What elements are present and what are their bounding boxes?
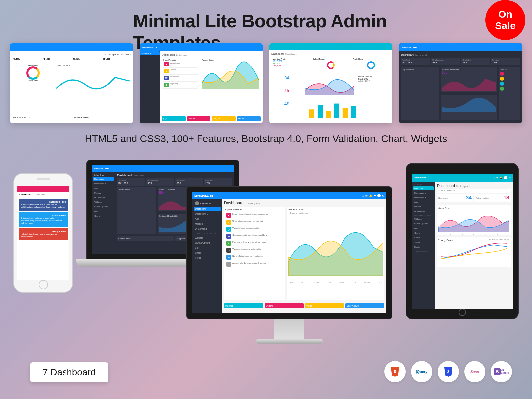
project-item[interactable]: BLorem ipsum dolor sit amet, consectetur (225, 212, 284, 219)
sidebar-item[interactable]: · (140, 56, 160, 60)
svg-rect-2 (326, 111, 331, 118)
tech-badges-row: 5 jQuery 3 Sass Bv5Stable (384, 361, 512, 382)
sidebar-item[interactable]: Mailbox (194, 222, 221, 226)
sidebar-item-dashboard[interactable]: Dashboard (140, 51, 160, 55)
sidebar-item[interactable]: Box (93, 209, 114, 213)
tablet-mockup: MINIMALLITE PERSONAL Dashboard Dashboard… (406, 163, 519, 319)
thumb1-stat4: 914,001 (103, 58, 110, 60)
sidebar-item[interactable]: Dashboard 1 (413, 191, 434, 195)
sidebar-item[interactable]: UI Elements (413, 209, 434, 213)
thumbnail-row: Control panel Dashboard 46.43% 454.876 4… (10, 43, 522, 123)
avatar-icon[interactable] (377, 194, 381, 197)
project-badge: W (226, 234, 231, 239)
tablet-screen: MINIMALLITE PERSONAL Dashboard Dashboard… (412, 174, 513, 309)
sidebar-item[interactable]: · (140, 70, 160, 74)
sidebar-item[interactable]: UI Elements (93, 196, 114, 200)
sidebar-item[interactable]: Charts (413, 231, 434, 235)
sidebar-item[interactable]: Mailbox (93, 191, 114, 195)
project-item[interactable]: MNunc efficitur lacus non vestibulum (225, 254, 284, 261)
sidebar-item[interactable]: Mailbox (413, 205, 434, 209)
donut-icon (26, 66, 40, 80)
laptop-topbar: MINIMALLITE (92, 165, 234, 172)
xaxis-tick: 4 (473, 233, 474, 235)
project-item[interactable]: CAenean interdum neque condimentum (225, 261, 284, 268)
thumb4-title: Dashboard (401, 53, 414, 56)
bell-icon[interactable]: 🔔 (369, 194, 372, 197)
sidebar-item[interactable]: Forms (413, 236, 434, 240)
donut-icon (367, 61, 375, 69)
thumbnail-3[interactable]: Dashboard Control panel Member Profit +$… (269, 43, 392, 123)
lp-s-v1: $41,589 (118, 182, 144, 185)
sidebar-item[interactable]: · (140, 74, 160, 78)
desktop-sidebar: Juliya Brus Dashboard Dashboard 2 App Ma… (192, 199, 222, 313)
sidebar-item[interactable]: Layout Options (93, 205, 114, 209)
flag-icon[interactable]: ⚑ (374, 194, 376, 197)
project-item[interactable]: YUt condimentum ante non volutpat (225, 219, 284, 226)
thumb3-v3: -27,49% (273, 65, 309, 67)
project-badge: D (226, 248, 231, 253)
project-item[interactable]: DVivamus sit amet mi justo mattis (225, 247, 284, 254)
sidebar-item[interactable]: Charts (194, 251, 221, 255)
sidebar-item[interactable]: Layout Options (194, 241, 221, 245)
bell-icon[interactable]: 🔔 (500, 176, 503, 179)
area-chart-icon (442, 74, 496, 91)
thumb3-title: Dashboard (271, 52, 284, 55)
sidebar-item[interactable]: Tables (413, 240, 434, 244)
svg-rect-4 (343, 108, 348, 118)
project-item[interactable]: APraesent a libero viverra rutrum neque (225, 240, 284, 247)
mail-icon[interactable]: ✉ (365, 194, 368, 197)
gear-icon[interactable]: ⚙ (382, 194, 384, 197)
sidebar-item[interactable]: App (93, 186, 114, 190)
sidebar-item[interactable]: Widgets (93, 200, 114, 204)
thumbnail-2[interactable]: MINIMALLITE Dashboard · · · · · Dashboar… (140, 43, 263, 123)
sidebar-item[interactable]: Forms (194, 256, 221, 260)
thumbnail-4[interactable]: MINIMALLITE Dashboard Control panel Tota… (399, 43, 522, 123)
phone-card-carousel[interactable]: Carousel feed Enthusiastically optimize … (19, 212, 68, 227)
project-item[interactable]: WCras congue nisl ac pellentesque libero (225, 233, 284, 240)
pill-income: $2,000 (162, 116, 186, 121)
sidebar-item[interactable]: Layout Options (413, 222, 434, 226)
project-item[interactable]: QVivamus lacus magna sagittis (225, 226, 284, 233)
thumbnail-1[interactable]: Control panel Dashboard 46.43% 454.876 4… (10, 43, 133, 123)
sidebar-item[interactable]: Dashboard 2 (194, 212, 221, 216)
bootstrap-badge: Bv5Stable (491, 361, 512, 382)
sidebar-item[interactable]: Dashboard 2 (413, 196, 434, 200)
laptop-sub: Control panel (133, 175, 145, 177)
sidebar-item[interactable]: Emails (413, 245, 434, 249)
brand-text: MINIMALLITE (194, 194, 213, 197)
phone-card-google[interactable]: Google Plus Holisticly benchmark plug im… (19, 228, 68, 240)
sidebar-item-dashboard[interactable]: Dashboard (93, 177, 114, 181)
phone-card-facebook[interactable]: Facebook Feed Holisticly benchmark plug … (19, 199, 68, 211)
tab-side-label: PERSONAL (413, 183, 434, 186)
sidebar-item-dashboard[interactable]: Dashboard (413, 186, 434, 190)
sidebar-item-dashboard[interactable]: Dashboard (194, 207, 221, 211)
new-users-label: New Users (438, 197, 448, 199)
sidebar-item[interactable]: · (140, 61, 160, 65)
desktop-mockup: MINIMALLITE ⌕ ✉ 🔔 ⚑ ⚙ Juliya Brus (186, 186, 392, 344)
sidebar-item[interactable]: · (140, 65, 160, 69)
xaxis-tick: 23:00 (351, 281, 356, 283)
sidebar-item[interactable]: Box (194, 246, 221, 250)
breadcrumb[interactable]: Home > Dashboard (437, 189, 511, 193)
xaxis-tick: 19 Sep (364, 281, 370, 283)
stat-pill: Visits (305, 303, 344, 308)
sidebar-item[interactable]: Widgets (194, 236, 221, 240)
tablet-sidebar: MINIMALLITE PERSONAL Dashboard Dashboard… (412, 174, 435, 309)
phone-card-t3: Holisticly benchmark plug imperatives fo… (21, 233, 66, 238)
sidebar-item[interactable]: UI Elements (194, 227, 221, 231)
sidebar-item[interactable]: App (413, 200, 434, 204)
sidebar-item[interactable]: Widgets (413, 217, 434, 221)
area-chart-icon (288, 214, 383, 281)
sidebar-item[interactable]: Dashboard 2 (93, 182, 114, 186)
search-icon[interactable]: ⌕ (362, 194, 364, 197)
phone-screen: Dashboard Control panel Facebook Feed Ho… (17, 186, 69, 280)
mail-icon[interactable]: ✉ (496, 176, 498, 179)
avatar-icon[interactable] (504, 176, 507, 179)
sidebar-item[interactable]: Box (413, 226, 434, 230)
chart1-title: Area Chart (438, 207, 509, 210)
sidebar-item[interactable]: Charts (93, 214, 114, 218)
svg-rect-0 (309, 110, 314, 118)
search-icon[interactable]: ⌕ (494, 177, 495, 179)
gear-icon[interactable]: ⚙ (509, 176, 511, 179)
sidebar-item[interactable]: App (194, 217, 221, 221)
